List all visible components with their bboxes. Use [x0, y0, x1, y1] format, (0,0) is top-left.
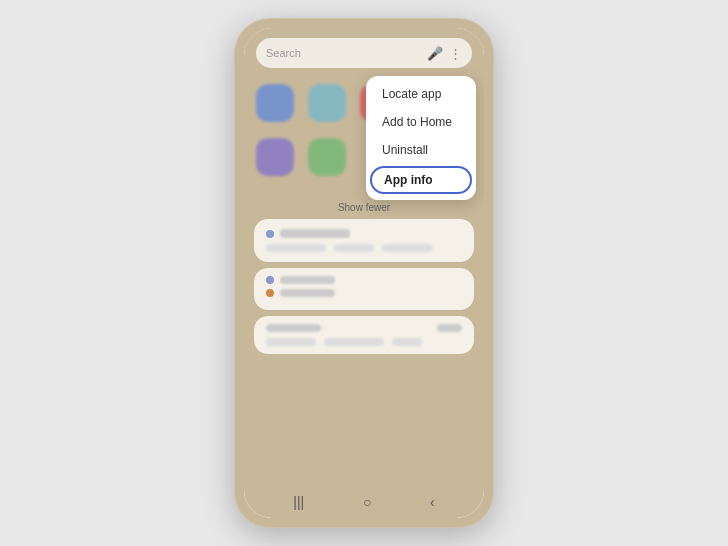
card-3-header — [266, 324, 462, 332]
card-dot-3 — [266, 289, 274, 297]
context-menu-uninstall[interactable]: Uninstall — [366, 136, 476, 164]
blur-line-2b — [280, 289, 335, 297]
search-bar-area: Search 🎤 ⋮ — [244, 28, 484, 74]
card-subtitle-row-1 — [266, 244, 462, 252]
back-button[interactable]: ‹ — [430, 494, 435, 510]
card-2-row-1 — [266, 276, 462, 284]
card-chip-3c — [392, 338, 422, 346]
blur-line-3b — [437, 324, 462, 332]
card-title-blur-1 — [280, 229, 350, 238]
app-icon-2[interactable] — [308, 84, 346, 122]
card-2-row-2 — [266, 289, 462, 297]
app-icon-6[interactable] — [308, 138, 346, 176]
show-fewer-label[interactable]: Show fewer — [244, 198, 484, 219]
card-chip-2 — [334, 244, 374, 252]
card-dot-1 — [266, 230, 274, 238]
app-icon-1[interactable] — [256, 84, 294, 122]
card-chip-1 — [266, 244, 326, 252]
downloads-card — [254, 268, 474, 310]
card-chip-3b — [324, 338, 384, 346]
card-dot-2 — [266, 276, 274, 284]
blur-line-2a — [280, 276, 335, 284]
card-chip-3 — [382, 244, 432, 252]
content-cards — [244, 219, 484, 486]
context-menu-app-info[interactable]: App info — [370, 166, 472, 194]
home-button[interactable]: ○ — [363, 494, 371, 510]
card-subtitle-row-3 — [266, 338, 462, 346]
phone-screen: Search 🎤 ⋮ Locate app Add — [244, 28, 484, 518]
context-menu: Locate app Add to Home Uninstall App inf… — [366, 76, 476, 200]
search-bar[interactable]: Search 🎤 ⋮ — [256, 38, 472, 68]
search-placeholder: Search — [266, 47, 301, 59]
app-icon-5[interactable] — [256, 138, 294, 176]
context-menu-locate[interactable]: Locate app — [366, 80, 476, 108]
context-menu-add-home[interactable]: Add to Home — [366, 108, 476, 136]
recent-searches-card — [254, 316, 474, 354]
mic-icon[interactable]: 🎤 — [427, 46, 443, 61]
nav-bar: ||| ○ ‹ — [244, 486, 484, 518]
more-options-icon[interactable]: ⋮ — [449, 46, 462, 61]
card-chip-3a — [266, 338, 316, 346]
phone-frame: Search 🎤 ⋮ Locate app Add — [234, 18, 494, 528]
search-icons: 🎤 ⋮ — [427, 46, 462, 61]
recents-button[interactable]: ||| — [293, 494, 304, 510]
card-title-row-1 — [266, 229, 462, 238]
apps-grid-area: Locate app Add to Home Uninstall App inf… — [244, 74, 484, 198]
blur-line-3a — [266, 324, 321, 332]
suggested-settings-card — [254, 219, 474, 262]
